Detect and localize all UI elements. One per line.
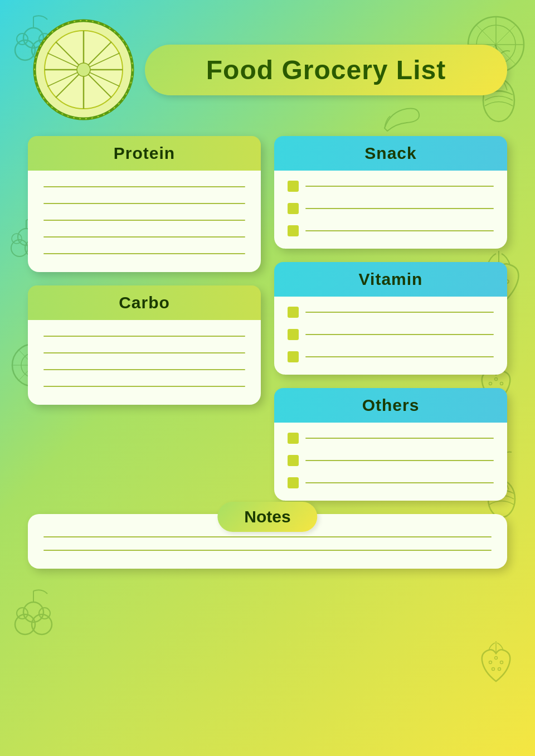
notes-section: Notes — [28, 514, 507, 569]
main-grid: Protein Carbo — [28, 136, 507, 501]
vitamin-card-header: Vitamin — [274, 262, 507, 297]
carbo-card-body — [28, 320, 261, 405]
protein-underline-4 — [43, 236, 245, 238]
svg-point-37 — [15, 614, 35, 634]
carbo-underline-1 — [43, 336, 245, 337]
protein-line-2 — [43, 203, 245, 204]
svg-point-44 — [495, 657, 498, 660]
lime-illustration — [28, 11, 139, 123]
protein-underline-2 — [43, 203, 245, 204]
page-title: Food Grocery List — [172, 55, 480, 85]
vitamin-card-body — [274, 297, 507, 375]
others-card-body — [274, 423, 507, 501]
snack-card: Snack — [274, 136, 507, 249]
svg-point-39 — [23, 602, 43, 622]
others-item-2 — [288, 455, 494, 466]
title-pill: Food Grocery List — [145, 45, 507, 95]
vitamin-line-3 — [305, 356, 494, 357]
carbo-underline-3 — [43, 369, 245, 370]
others-card-header: Others — [274, 388, 507, 423]
snack-item-2 — [288, 203, 494, 214]
carbo-line-3 — [43, 369, 245, 370]
others-title: Others — [288, 396, 494, 415]
carbo-title: Carbo — [41, 293, 247, 312]
svg-point-43 — [489, 661, 492, 664]
snack-card-header: Snack — [274, 136, 507, 171]
protein-title: Protein — [41, 144, 247, 163]
snack-item-1 — [288, 181, 494, 192]
svg-point-38 — [32, 614, 52, 634]
deco-strawberry-bot-right — [474, 641, 518, 686]
carbo-underline-4 — [43, 386, 245, 387]
left-column: Protein Carbo — [28, 136, 261, 501]
snack-checkbox-2[interactable] — [288, 203, 299, 214]
vitamin-item-3 — [288, 351, 494, 362]
svg-point-45 — [500, 661, 503, 664]
others-checkbox-3[interactable] — [288, 477, 299, 488]
notes-pill: Notes — [217, 502, 317, 532]
vitamin-title: Vitamin — [288, 270, 494, 289]
notes-line-2 — [43, 550, 492, 551]
vitamin-line-1 — [305, 312, 494, 313]
protein-card-body — [28, 171, 261, 272]
vitamin-checkbox-2[interactable] — [288, 329, 299, 340]
vitamin-item-1 — [288, 307, 494, 318]
page-content: Food Grocery List Protein — [0, 0, 535, 591]
snack-checkbox-3[interactable] — [288, 225, 299, 236]
others-checkbox-1[interactable] — [288, 433, 299, 444]
carbo-card: Carbo — [28, 285, 261, 405]
protein-underline-1 — [43, 186, 245, 187]
protein-underline-5 — [43, 253, 245, 254]
protein-line-5 — [43, 253, 245, 254]
snack-line-1 — [305, 186, 494, 187]
svg-point-56 — [77, 63, 90, 76]
carbo-line-1 — [43, 336, 245, 337]
snack-title: Snack — [288, 144, 494, 163]
vitamin-checkbox-1[interactable] — [288, 307, 299, 318]
svg-point-46 — [492, 668, 495, 671]
vitamin-item-2 — [288, 329, 494, 340]
deco-grapes-bot-left — [3, 585, 70, 652]
protein-card: Protein — [28, 136, 261, 272]
svg-point-47 — [498, 668, 501, 671]
right-column: Snack — [274, 136, 507, 501]
snack-checkbox-1[interactable] — [288, 181, 299, 192]
others-line-2 — [305, 460, 494, 461]
snack-line-2 — [305, 208, 494, 209]
carbo-line-4 — [43, 386, 245, 387]
vitamin-line-2 — [305, 334, 494, 335]
protein-underline-3 — [43, 220, 245, 221]
others-line-1 — [305, 438, 494, 439]
notes-title: Notes — [244, 507, 290, 526]
snack-line-3 — [305, 230, 494, 231]
others-item-3 — [288, 477, 494, 488]
carbo-underline-2 — [43, 352, 245, 353]
svg-point-40 — [17, 608, 28, 619]
vitamin-checkbox-3[interactable] — [288, 351, 299, 362]
others-item-1 — [288, 433, 494, 444]
snack-item-3 — [288, 225, 494, 236]
protein-card-header: Protein — [28, 136, 261, 171]
others-card: Others — [274, 388, 507, 501]
others-line-3 — [305, 482, 494, 483]
title-area: Food Grocery List — [28, 17, 507, 123]
protein-line-1 — [43, 186, 245, 187]
snack-card-body — [274, 171, 507, 249]
protein-line-3 — [43, 220, 245, 221]
others-checkbox-2[interactable] — [288, 455, 299, 466]
svg-point-41 — [39, 608, 50, 619]
carbo-line-2 — [43, 352, 245, 353]
protein-line-4 — [43, 236, 245, 238]
vitamin-card: Vitamin — [274, 262, 507, 375]
notes-line-1 — [43, 536, 492, 537]
carbo-card-header: Carbo — [28, 285, 261, 320]
